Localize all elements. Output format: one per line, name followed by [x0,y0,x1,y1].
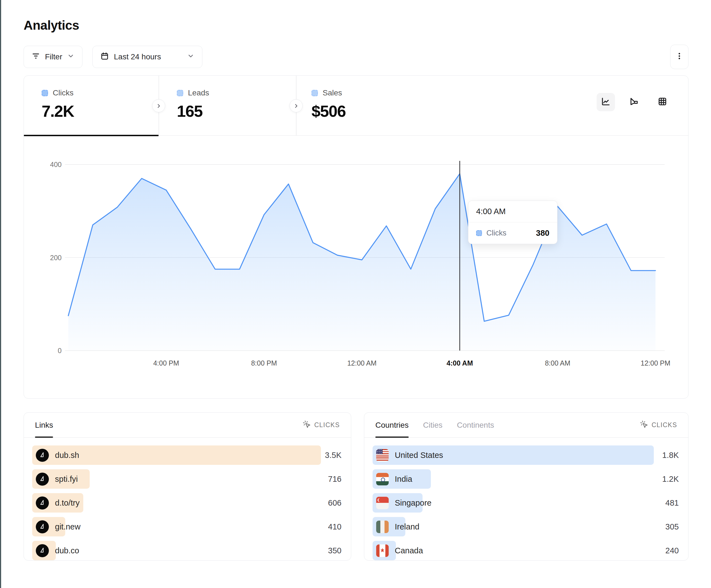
dub-logo-icon [36,449,49,462]
countries-list: United States1.8KIndia1.2KSingapore481Ir… [364,438,688,560]
tab-links[interactable]: Links [35,413,53,437]
x-axis-label: 8:00 AM [545,359,570,367]
list-item[interactable]: dub.co350 [32,541,343,560]
tab-countries[interactable]: Countries [375,413,409,437]
tooltip-series-label: Clicks [487,229,507,238]
row-value: 410 [328,522,342,532]
filter-button[interactable]: Filter [24,46,83,68]
area-fill [68,174,655,350]
chart-view-toggles [597,93,672,111]
tab-cities[interactable]: Cities [423,413,443,437]
row-label: India [395,475,412,484]
row-value: 606 [328,498,342,507]
x-axis-label: 12:00 AM [347,359,377,367]
links-panel-header: Links CLICKS [24,413,351,438]
row-label: Singapore [395,498,431,507]
row-label: dub.co [55,546,79,555]
filter-button-label: Filter [45,52,62,61]
page-title: Analytics [24,18,689,33]
countries-panel-header: Countries Cities Continents CLICKS [364,413,688,438]
expand-sales-button[interactable] [289,99,303,112]
tab-sales[interactable]: Sales $506 [296,76,431,135]
kebab-menu-icon [675,52,684,62]
chart-tooltip: 4:00 AM Clicks 380 [468,201,558,244]
row-value: 481 [666,498,679,507]
table-grid-icon [658,96,667,108]
stat-value: 7.2K [42,102,158,120]
stat-value: $506 [311,102,431,120]
row-value: 1.8K [662,451,679,460]
chevron-down-icon [187,52,194,62]
row-label: United States [395,451,443,460]
calendar-icon [101,52,109,62]
row-label: d.to/try [55,498,80,507]
x-axis-label: 8:00 PM [251,359,277,367]
x-axis-label: 4:00 AM [447,359,473,367]
row-value: 716 [328,475,342,484]
row-value: 305 [666,522,679,532]
tooltip-legend-swatch [476,230,482,236]
row-label: Canada [395,546,423,555]
ca-flag-icon [376,544,389,557]
dub-logo-icon [36,544,49,557]
more-menu-button[interactable] [670,45,689,69]
list-item[interactable]: United States1.8K [372,446,680,465]
funnel-chart-icon [629,96,639,108]
list-item[interactable]: d.to/try606 [32,493,343,513]
row-value: 350 [328,546,342,555]
tab-leads[interactable]: Leads 165 [158,76,296,135]
cursor-click-icon [640,420,648,430]
list-item[interactable]: spti.fyi716 [32,469,343,489]
window-edge [0,0,1,588]
row-value: 240 [666,546,679,555]
stat-value: 165 [177,102,296,120]
list-item[interactable]: India1.2K [372,469,680,489]
funnel-view-button[interactable] [625,93,643,111]
line-chart-view-button[interactable] [597,93,615,111]
stat-label: Clicks [53,89,73,97]
row-label: spti.fyi [55,475,78,484]
sales-legend-swatch [311,90,318,96]
y-axis-label: 400 [50,161,62,168]
tab-continents[interactable]: Continents [457,413,494,437]
chevron-down-icon [67,52,74,62]
date-range-label: Last 24 hours [114,52,161,61]
list-item[interactable]: dub.sh3.5K [32,446,343,465]
dub-logo-icon [36,520,49,533]
countries-panel: Countries Cities Continents CLICKS Unite… [364,412,689,561]
toolbar: Filter Last 24 hours [24,44,689,69]
y-axis-label: 200 [50,254,62,262]
tooltip-value: 380 [536,229,550,238]
list-item[interactable]: Canada240 [372,541,680,560]
links-panel: Links CLICKS dub.sh3.5Kspti.fyi716d.to/t… [24,412,351,561]
dub-logo-icon [36,473,49,485]
table-view-button[interactable] [653,93,672,111]
list-item[interactable]: Singapore481 [372,493,680,513]
date-range-button[interactable]: Last 24 hours [92,46,202,68]
links-metric-toggle[interactable]: CLICKS [303,420,340,430]
row-label: git.new [55,522,81,532]
list-item[interactable]: Ireland305 [372,517,680,537]
countries-metric-toggle[interactable]: CLICKS [640,420,677,430]
clicks-legend-swatch [42,90,48,96]
expand-leads-button[interactable] [152,99,165,112]
stats-row: Clicks 7.2K Leads 165 Sales $506 [24,76,688,136]
tab-clicks[interactable]: Clicks 7.2K [24,76,158,135]
row-value: 1.2K [662,475,679,484]
area-chart-canvas: 02004004:00 PM8:00 PM12:00 AM4:00 AM8:00… [24,146,688,370]
x-axis-label: 12:00 PM [641,359,670,367]
us-flag-icon [376,449,389,461]
analytics-page: Analytics Filter Last 24 hours [0,0,711,561]
links-list: dub.sh3.5Kspti.fyi716d.to/try606git.new4… [24,438,351,560]
in-flag-icon [376,473,389,485]
list-item[interactable]: git.new410 [32,517,343,537]
y-axis-label: 0 [58,347,62,355]
tooltip-time: 4:00 AM [468,201,557,222]
ie-flag-icon [376,521,389,533]
line-chart-icon [601,96,611,108]
row-value: 3.5K [325,451,342,460]
clicks-chart[interactable]: 02004004:00 PM8:00 PM12:00 AM4:00 AM8:00… [24,136,688,398]
stat-label: Leads [188,89,209,97]
row-label: Ireland [395,522,419,532]
stat-label: Sales [323,89,342,97]
